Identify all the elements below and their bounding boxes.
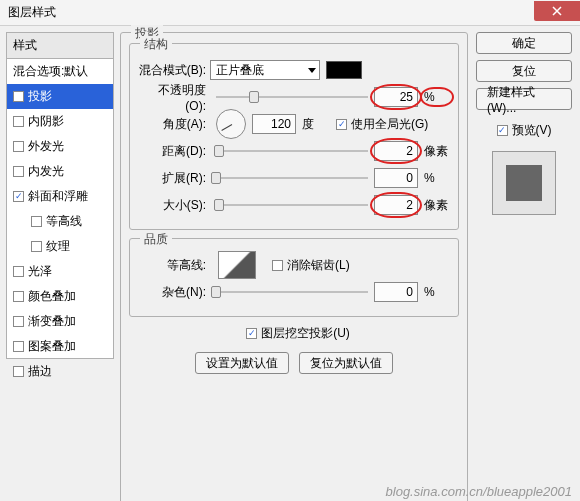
new-style-button[interactable]: 新建样式(W)...	[476, 88, 572, 110]
checkbox-icon	[13, 316, 24, 327]
preview-label: 预览(V)	[512, 122, 552, 139]
checkbox-icon	[246, 328, 257, 339]
structure-fieldset: 结构 混合模式(B): 正片叠底 不透明度(O): % 角度(A	[129, 43, 459, 230]
reset-button[interactable]: 复位	[476, 60, 572, 82]
structure-title: 结构	[140, 36, 172, 53]
angle-label: 角度(A):	[138, 116, 210, 133]
shadow-color-swatch[interactable]	[326, 61, 362, 79]
sidebar-item-label: 内发光	[28, 163, 64, 180]
sidebar-item-label: 混合选项:默认	[13, 63, 88, 80]
styles-list: 混合选项:默认投影内阴影外发光内发光斜面和浮雕等高线纹理光泽颜色叠加渐变叠加图案…	[6, 59, 114, 359]
checkbox-icon	[31, 216, 42, 227]
checkbox-icon	[336, 119, 347, 130]
sidebar-item-label: 等高线	[46, 213, 82, 230]
knockout-row: 图层挖空投影(U)	[129, 325, 459, 342]
preview-checkbox[interactable]: 预览(V)	[497, 122, 552, 139]
styles-sidebar: 样式 混合选项:默认投影内阴影外发光内发光斜面和浮雕等高线纹理光泽颜色叠加渐变叠…	[6, 32, 114, 495]
sidebar-item-9[interactable]: 颜色叠加	[7, 284, 113, 309]
distance-row: 距离(D): 像素	[138, 140, 450, 162]
titlebar: 图层样式	[0, 0, 580, 26]
spread-slider[interactable]	[216, 177, 368, 179]
defaults-button-row: 设置为默认值 复位为默认值	[129, 352, 459, 374]
dialog-body: 样式 混合选项:默认投影内阴影外发光内发光斜面和浮雕等高线纹理光泽颜色叠加渐变叠…	[0, 26, 580, 501]
sidebar-item-label: 纹理	[46, 238, 70, 255]
checkbox-icon	[31, 241, 42, 252]
sidebar-item-0[interactable]: 混合选项:默认	[7, 59, 113, 84]
opacity-slider[interactable]	[216, 96, 368, 98]
checkbox-icon	[497, 125, 508, 136]
size-input[interactable]	[374, 195, 418, 215]
sidebar-item-label: 投影	[28, 88, 52, 105]
main-panel: 投影 结构 混合模式(B): 正片叠底 不透明度(O): %	[120, 32, 468, 495]
global-light-checkbox[interactable]: 使用全局光(G)	[336, 116, 428, 133]
checkbox-icon	[272, 260, 283, 271]
sidebar-item-12[interactable]: 描边	[7, 359, 113, 384]
close-button[interactable]	[534, 1, 580, 21]
distance-label: 距离(D):	[138, 143, 210, 160]
distance-slider[interactable]	[216, 150, 368, 152]
sidebar-item-2[interactable]: 内阴影	[7, 109, 113, 134]
sidebar-item-5[interactable]: 斜面和浮雕	[7, 184, 113, 209]
opacity-label: 不透明度(O):	[138, 82, 210, 113]
distance-unit: 像素	[424, 143, 450, 160]
watermark: blog.sina.com.cn/blueapple2001	[386, 484, 572, 499]
spread-label: 扩展(R):	[138, 170, 210, 187]
sidebar-item-7[interactable]: 纹理	[7, 234, 113, 259]
ok-button[interactable]: 确定	[476, 32, 572, 54]
checkbox-icon	[13, 291, 24, 302]
antialias-label: 消除锯齿(L)	[287, 257, 350, 274]
sidebar-item-label: 描边	[28, 363, 52, 380]
spread-unit: %	[424, 171, 450, 185]
opacity-row: 不透明度(O): %	[138, 86, 450, 108]
blend-mode-row: 混合模式(B): 正片叠底	[138, 59, 450, 81]
sidebar-item-10[interactable]: 渐变叠加	[7, 309, 113, 334]
reset-default-button[interactable]: 复位为默认值	[299, 352, 393, 374]
sidebar-item-1[interactable]: 投影	[7, 84, 113, 109]
opacity-input[interactable]	[374, 87, 418, 107]
quality-fieldset: 品质 等高线: 消除锯齿(L) 杂色(N): %	[129, 238, 459, 317]
knockout-checkbox[interactable]: 图层挖空投影(U)	[246, 325, 350, 342]
noise-unit: %	[424, 285, 450, 299]
noise-label: 杂色(N):	[138, 284, 210, 301]
spread-row: 扩展(R): %	[138, 167, 450, 189]
size-slider[interactable]	[216, 204, 368, 206]
preview-swatch	[506, 165, 542, 201]
angle-unit: 度	[302, 116, 328, 133]
checkbox-icon	[13, 91, 24, 102]
blend-mode-select[interactable]: 正片叠底	[210, 60, 320, 80]
checkbox-icon	[13, 166, 24, 177]
angle-input[interactable]	[252, 114, 296, 134]
window-title: 图层样式	[8, 4, 56, 21]
blend-mode-value: 正片叠底	[216, 62, 264, 79]
sidebar-item-8[interactable]: 光泽	[7, 259, 113, 284]
sidebar-item-11[interactable]: 图案叠加	[7, 334, 113, 359]
distance-input[interactable]	[374, 141, 418, 161]
sidebar-item-label: 渐变叠加	[28, 313, 76, 330]
knockout-label: 图层挖空投影(U)	[261, 325, 350, 342]
contour-label: 等高线:	[138, 257, 210, 274]
noise-slider[interactable]	[216, 291, 368, 293]
drop-shadow-panel: 投影 结构 混合模式(B): 正片叠底 不透明度(O): %	[120, 32, 468, 501]
contour-picker[interactable]	[218, 251, 256, 279]
noise-input[interactable]	[374, 282, 418, 302]
sidebar-item-label: 颜色叠加	[28, 288, 76, 305]
sidebar-item-4[interactable]: 内发光	[7, 159, 113, 184]
angle-dial[interactable]	[216, 109, 246, 139]
sidebar-item-label: 图案叠加	[28, 338, 76, 355]
sidebar-item-3[interactable]: 外发光	[7, 134, 113, 159]
checkbox-icon	[13, 266, 24, 277]
close-icon	[552, 6, 562, 16]
spread-input[interactable]	[374, 168, 418, 188]
set-default-button[interactable]: 设置为默认值	[195, 352, 289, 374]
checkbox-icon	[13, 341, 24, 352]
sidebar-header: 样式	[6, 32, 114, 59]
size-unit: 像素	[424, 197, 450, 214]
noise-row: 杂色(N): %	[138, 281, 450, 303]
sidebar-item-label: 内阴影	[28, 113, 64, 130]
size-label: 大小(S):	[138, 197, 210, 214]
sidebar-item-6[interactable]: 等高线	[7, 209, 113, 234]
antialias-checkbox[interactable]: 消除锯齿(L)	[272, 257, 350, 274]
preview-box	[492, 151, 556, 215]
chevron-down-icon	[308, 68, 316, 73]
size-row: 大小(S): 像素	[138, 194, 450, 216]
